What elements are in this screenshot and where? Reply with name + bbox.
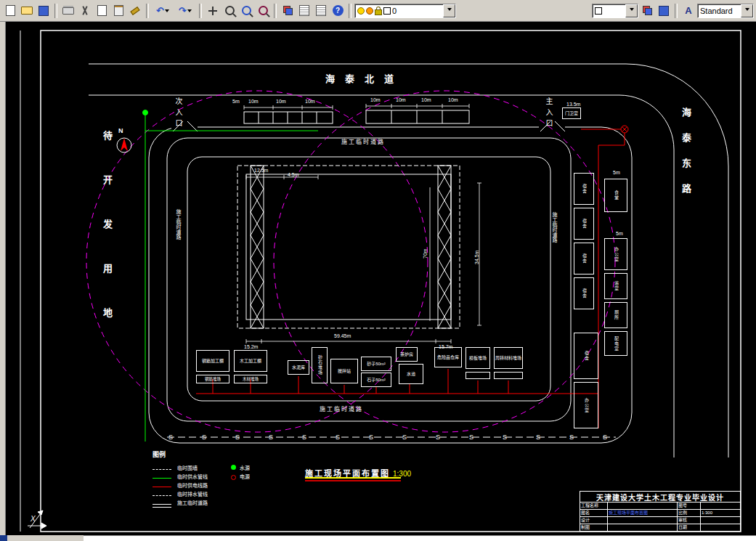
tb-cell: 比例 bbox=[678, 510, 701, 517]
layer-combo[interactable]: 0 bbox=[354, 4, 456, 18]
drain-s-mark: S bbox=[168, 434, 173, 441]
tb-cell: 1:300 bbox=[701, 510, 740, 517]
title-block-row: 设计 审核 bbox=[580, 517, 740, 524]
facility-office: 办公室 bbox=[574, 382, 598, 428]
facility-sand-yard: 砂子50m² bbox=[361, 357, 391, 371]
layer-lock-icon[interactable] bbox=[375, 9, 382, 15]
facility-toilet: 厕所 bbox=[604, 302, 627, 328]
plot-icon[interactable] bbox=[60, 2, 76, 19]
dim-10m: 10m bbox=[276, 99, 286, 104]
legend-drain-label: 临时排水管线 bbox=[177, 492, 208, 497]
dim-10m: 10m bbox=[370, 97, 381, 102]
facility-aggregate-yard: 砂石堆场 bbox=[312, 347, 328, 383]
toolbar-separator bbox=[274, 4, 277, 18]
properties-icon[interactable] bbox=[313, 2, 329, 19]
drain-s-mark: S bbox=[402, 434, 407, 441]
title-block: 天津建设大学土木工程专业毕业设计 工程名称 图号 图名 施工现场平面布置图 比例… bbox=[580, 491, 741, 532]
facility-turnover-material-yard: 周转材料堆场 bbox=[494, 347, 523, 369]
make-object-layer-current-icon[interactable] bbox=[656, 2, 672, 19]
drawing-canvas[interactable]: 海泰北道 海泰东路 待开发用地 次入口 主入口 施工临时道路 施工临时道路 施工… bbox=[6, 22, 756, 535]
layer-on-icon[interactable] bbox=[357, 7, 365, 15]
legend-water-source-symbol bbox=[231, 465, 236, 470]
layer-combo-arrow[interactable] bbox=[443, 4, 455, 17]
title-block-row: 图名 施工现场平面布置图 比例 1:300 bbox=[580, 510, 740, 517]
legend-water-label: 临时供水管线 bbox=[177, 474, 208, 479]
facility-boiler-room: 茶炉房 bbox=[396, 347, 418, 362]
toolbar-separator bbox=[349, 4, 351, 18]
primary-entrance-label: 主入口 bbox=[545, 97, 552, 130]
tb-cell bbox=[701, 524, 740, 532]
dim-10m: 10m bbox=[421, 97, 431, 102]
facility-dormitory: 宿舍 bbox=[574, 277, 594, 309]
save-icon[interactable] bbox=[36, 2, 52, 19]
drain-s-mark: S bbox=[235, 434, 240, 441]
title-underline-yellow bbox=[305, 477, 401, 479]
tb-cell: 制图 bbox=[580, 524, 608, 532]
building-outline bbox=[237, 166, 460, 328]
drain-s-mark: S bbox=[536, 434, 540, 441]
layer-color-swatch[interactable] bbox=[383, 7, 391, 15]
undo-icon[interactable]: ↶ bbox=[152, 2, 174, 19]
new-icon[interactable] bbox=[2, 2, 18, 19]
redo-icon[interactable]: ↷ bbox=[174, 2, 196, 19]
zoom-realtime-icon[interactable] bbox=[221, 2, 237, 19]
cut-icon[interactable] bbox=[77, 2, 93, 19]
facility-dormitory: 宿舍 bbox=[574, 208, 594, 240]
north-road-label: 海泰北道 bbox=[325, 74, 404, 84]
dim-34-5m: 34.5m bbox=[474, 251, 479, 264]
sheet-border bbox=[20, 30, 741, 532]
open-icon[interactable] bbox=[19, 2, 35, 19]
facility-dormitory: 宿舍 bbox=[574, 333, 598, 379]
dim-15-2m: 15.2m bbox=[244, 344, 258, 349]
east-road-label: 海泰东路 bbox=[681, 107, 691, 209]
cad-application-window: { "toolbar": { "layer_value": "0", "styl… bbox=[0, 0, 756, 541]
layer-previous-icon[interactable] bbox=[639, 2, 655, 19]
temp-road-label-right: 施工临时道路 bbox=[552, 212, 557, 243]
current-color-swatch bbox=[595, 7, 602, 15]
legend-power-symbol bbox=[153, 487, 171, 487]
tb-cell bbox=[608, 503, 678, 510]
tb-cell-drawing-name: 施工现场平面布置图 bbox=[608, 510, 678, 517]
temp-road-label-top: 施工临时道路 bbox=[341, 139, 385, 145]
text-style-icon[interactable]: A bbox=[680, 2, 696, 19]
tb-cell bbox=[701, 517, 740, 524]
facility-guard-room: 门卫室 bbox=[562, 107, 581, 119]
tower-cranes bbox=[251, 166, 451, 328]
zoom-previous-icon[interactable] bbox=[255, 2, 271, 19]
match-properties-icon[interactable] bbox=[127, 2, 143, 19]
style-combo[interactable]: Standard bbox=[697, 4, 754, 18]
tb-cell bbox=[608, 517, 678, 524]
zoom-window-icon[interactable] bbox=[238, 2, 254, 19]
color-combo[interactable] bbox=[592, 4, 638, 18]
undeveloped-land-label: 待开发用地 bbox=[102, 131, 112, 352]
command-bar bbox=[0, 535, 756, 541]
legend-power-label: 临时供电线路 bbox=[177, 483, 208, 488]
layer-manager-icon[interactable] bbox=[280, 2, 296, 19]
facility-dormitory: 宿舍 bbox=[574, 173, 594, 205]
command-input[interactable] bbox=[84, 535, 756, 541]
layer-states-icon[interactable] bbox=[296, 2, 312, 19]
ucs-x-label: X bbox=[31, 516, 36, 523]
facility-rebar-yard: 钢筋堆场 bbox=[196, 375, 229, 383]
help-icon[interactable]: ? bbox=[330, 2, 346, 19]
legend-title: 图例 bbox=[153, 452, 166, 458]
style-combo-arrow[interactable] bbox=[741, 4, 753, 17]
dim-5m: 5m bbox=[616, 231, 623, 236]
color-combo-arrow[interactable] bbox=[625, 4, 638, 17]
title-block-row: 工程名称 图号 bbox=[580, 503, 740, 510]
tb-cell: 设计 bbox=[580, 517, 608, 524]
legend-water-source-label: 水源 bbox=[240, 465, 250, 471]
tb-cell bbox=[701, 503, 740, 510]
legend-power-source-label: 电源 bbox=[240, 474, 250, 479]
toolbar-separator bbox=[675, 4, 678, 18]
paste-icon[interactable] bbox=[110, 2, 126, 19]
title-underline-red bbox=[305, 480, 401, 481]
pan-icon[interactable] bbox=[205, 2, 221, 19]
copy-icon[interactable] bbox=[94, 2, 110, 19]
layer-freeze-icon[interactable] bbox=[366, 7, 373, 15]
legend-fence-symbol bbox=[153, 469, 171, 470]
dim-10m: 10m bbox=[448, 97, 458, 102]
toolbar-separator bbox=[146, 4, 149, 18]
drain-s-mark: S bbox=[569, 434, 574, 441]
secondary-entrance-label: 次入口 bbox=[174, 97, 182, 130]
